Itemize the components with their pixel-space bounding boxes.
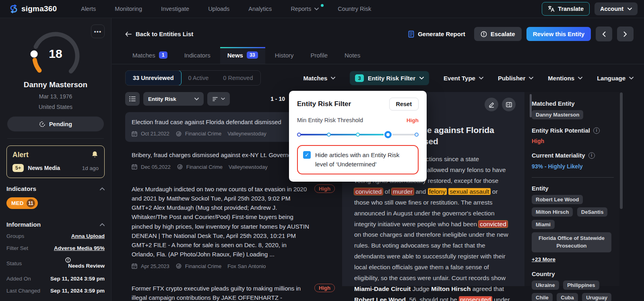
alert-title: Alert — [12, 151, 99, 159]
segment-active[interactable]: 0 Active — [181, 71, 216, 85]
country-chip[interactable]: Ukraine — [532, 281, 559, 290]
country-chip[interactable]: Chile — [532, 293, 553, 301]
entity-more-link[interactable]: +23 More — [532, 256, 555, 262]
news-date: Dec 05,2022 — [141, 164, 171, 170]
matched-entity-chip[interactable]: Danny Masterson — [532, 110, 583, 119]
article-scrollbar-thumb[interactable] — [530, 94, 532, 117]
reset-button[interactable]: Reset — [389, 98, 419, 111]
hide-undetermined-checkbox[interactable]: ✓ — [303, 151, 311, 159]
segment-unreviewed[interactable]: 33 Unreviewed — [125, 70, 182, 86]
highlighted-term: sexual assault — [448, 188, 490, 195]
sort-field-select[interactable]: Entity Risk — [143, 92, 204, 106]
review-entity-button[interactable]: Review this Entity — [526, 27, 591, 41]
entity-chip[interactable]: Robert Lee Wood — [532, 195, 583, 204]
category-icon — [176, 131, 182, 137]
nav-item-investigate[interactable]: Investigate — [161, 6, 189, 12]
next-entity-button[interactable] — [617, 27, 634, 41]
generate-report-button[interactable]: Generate Report — [408, 31, 465, 38]
risk-threshold-slider[interactable] — [298, 131, 418, 139]
info-row-filter-set: Filter Set Adverse Media 95% — [6, 245, 105, 251]
previous-entity-button[interactable] — [596, 27, 612, 41]
chevron-up-icon[interactable] — [100, 223, 105, 226]
back-to-entities-link[interactable]: Back to Entities List — [125, 31, 193, 37]
entity-menu-button[interactable]: ••• — [91, 25, 105, 38]
tab-profile[interactable]: Profile — [303, 47, 335, 64]
groups-link[interactable]: Anna Upload — [71, 233, 105, 239]
tab-notes[interactable]: Notes — [337, 47, 367, 64]
risk-score-gauge: 18 — [25, 27, 86, 77]
account-button[interactable]: Account — [594, 2, 638, 15]
alert-card[interactable]: Alert 5+ News Media 1d ago — [6, 145, 105, 178]
language-dropdown[interactable]: Language — [597, 75, 634, 82]
news-item-3[interactable]: High Former FTX crypto executive pleads … — [125, 278, 336, 301]
nav-item-reports[interactable]: Reports — [291, 6, 319, 12]
slider-stop[interactable] — [356, 133, 360, 137]
matched-entity-title: Matched Entity — [532, 100, 614, 107]
news-publisher: Fox San Antonio — [227, 263, 266, 269]
mentions-dropdown[interactable]: Mentions — [548, 75, 582, 82]
country-tags-section: Country Ukraine Philippines Chile Cuba U… — [532, 270, 614, 301]
brand-logo[interactable]: sigma360 — [9, 4, 57, 14]
tab-history[interactable]: History — [268, 47, 301, 64]
entity-chip[interactable]: Florida Office of Statewide Prosecution — [532, 232, 611, 252]
entity-chip[interactable]: Milton Hirsch — [532, 207, 573, 217]
entity-mention: Miami-Dade Circuit — [354, 285, 411, 292]
escalate-button[interactable]: Escalate — [474, 27, 522, 41]
translate-button[interactable]: Translate — [542, 2, 590, 16]
segment-removed[interactable]: 0 Removed — [216, 71, 260, 85]
entity-risk-filter-dropdown[interactable]: 3 Entity Risk Filter — [350, 71, 429, 85]
slider-stop[interactable] — [327, 133, 331, 137]
pagination-label: 1 - 10 — [270, 96, 285, 102]
page-scrollbar-thumb[interactable] — [620, 92, 623, 209]
risk-filter-count-badge: 3 — [355, 74, 363, 82]
slider-stop[interactable] — [297, 133, 301, 137]
annotate-button[interactable] — [485, 98, 498, 111]
country-chip[interactable]: Cuba — [557, 293, 578, 301]
nav-item-uploads[interactable]: Uploads — [208, 6, 229, 12]
indicator-med-pill[interactable]: MED 11 — [6, 197, 38, 209]
info-icon[interactable]: i — [588, 152, 595, 159]
news-category: Financial Crime — [185, 131, 221, 137]
nav-item-monitoring[interactable]: Monitoring — [115, 6, 142, 12]
country-chip[interactable]: Uruguay — [582, 293, 611, 301]
chevron-down-icon — [627, 8, 632, 10]
entity-tags-section: Entity Robert Lee Wood Milton Hirsch DeS… — [532, 185, 614, 263]
nav-item-country-risk[interactable]: Country Risk — [338, 6, 371, 12]
info-icon[interactable]: i — [593, 127, 600, 134]
list-view-button[interactable] — [125, 92, 140, 106]
chevron-up-icon[interactable] — [100, 187, 105, 190]
indicator-level: MED — [11, 200, 24, 206]
matches-filter-dropdown[interactable]: Matches — [303, 75, 335, 82]
status-pending-button[interactable]: Pending — [7, 117, 104, 131]
news-category: Financial Crime — [185, 263, 221, 269]
risk-score-value: 18 — [25, 47, 86, 61]
tab-indicators[interactable]: Indicators — [177, 47, 218, 64]
alert-circle-icon — [65, 257, 105, 263]
tab-matches[interactable]: Matches1 — [125, 47, 175, 64]
filter-set-link[interactable]: Adverse Media 95% — [54, 245, 105, 251]
highlighted-term: prosecuted — [459, 296, 492, 301]
pending-clock-icon — [39, 121, 45, 127]
entity-chip[interactable]: DeSantis — [577, 207, 608, 217]
hide-undetermined-label: Hide articles with an Entity Risk level … — [315, 150, 413, 169]
news-item-2[interactable]: High Alex Murdaugh indicted on two new c… — [125, 179, 336, 274]
entity-chip[interactable]: Miami — [532, 220, 555, 229]
information-section-header[interactable]: Information — [6, 221, 105, 228]
tab-news[interactable]: News33 — [220, 47, 265, 64]
indicators-section-header[interactable]: Indicators — [6, 185, 105, 192]
sort-order-button[interactable] — [207, 92, 230, 106]
event-type-dropdown[interactable]: Event Type — [444, 75, 483, 82]
hide-undetermined-annotation: ✓ Hide articles with an Entity Risk leve… — [297, 145, 419, 174]
news-title: Bribery, fraud charges dismissed against… — [132, 150, 311, 160]
expand-panel-button[interactable] — [502, 98, 516, 111]
nav-item-analytics[interactable]: Analytics — [248, 6, 272, 12]
slider-handle[interactable] — [384, 131, 392, 138]
publisher-dropdown[interactable]: Publisher — [498, 75, 533, 82]
body-text: , 56, should not be — [406, 296, 459, 301]
nav-item-alerts[interactable]: Alerts — [81, 6, 96, 12]
slider-stop[interactable] — [415, 133, 419, 137]
brand-name: sigma360 — [21, 4, 57, 13]
country-chip[interactable]: Philippines — [563, 281, 599, 290]
news-publisher: Valleynewstoday — [227, 131, 266, 137]
alert-source: News Media — [28, 165, 60, 171]
